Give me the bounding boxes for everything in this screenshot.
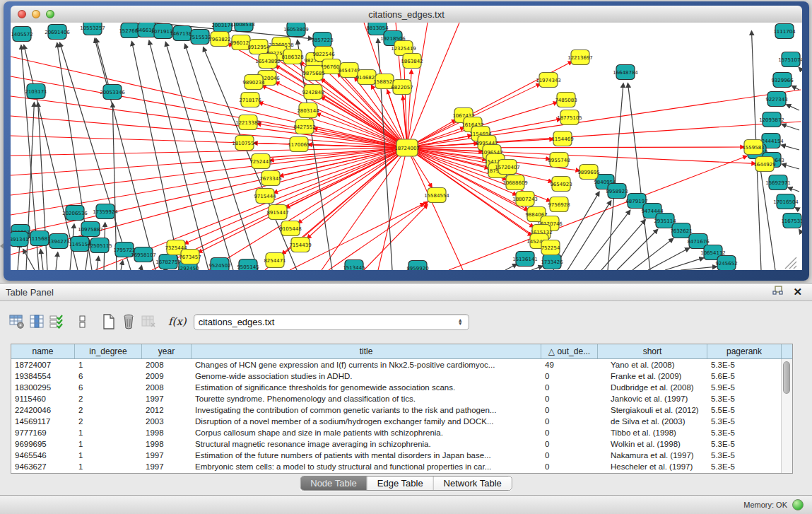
cell-pagerank[interactable]: 5.6E-5 (707, 370, 782, 382)
select-attributes-icon[interactable] (47, 313, 66, 331)
cell-pagerank[interactable]: 5.3E-5 (707, 393, 782, 404)
citation-edge-red[interactable] (11, 116, 407, 148)
cell-short[interactable]: de Silva et al. (2003) (598, 416, 707, 427)
citation-edge-black[interactable] (584, 211, 630, 270)
table-row[interactable]: 946362711997Embryonic stem cells: a mode… (11, 461, 782, 472)
cell-title[interactable]: Disruption of a novel member of a sodium… (192, 416, 541, 427)
citation-edge-black[interactable] (141, 266, 141, 270)
cell-title[interactable]: Structural magnetic resonance image aver… (192, 438, 541, 450)
cell-year[interactable]: 2008 (142, 382, 192, 393)
citation-edge-black[interactable] (531, 266, 543, 270)
citation-edge-black[interactable] (96, 39, 110, 89)
citation-edge-black[interactable] (95, 39, 155, 270)
cell-out_de[interactable]: 0 (541, 404, 598, 416)
citation-edge-black[interactable] (782, 145, 799, 150)
cell-short[interactable]: Jankovic et al. (1997) (598, 393, 707, 404)
cell-year[interactable]: 2008 (142, 359, 192, 370)
cell-short[interactable]: Stergiakouli et al. (2012) (598, 404, 707, 416)
citation-edge-red[interactable] (329, 201, 428, 270)
cell-pagerank[interactable]: 5.3E-5 (707, 416, 782, 427)
table-row[interactable]: 1456911722003Disruption of a novel membe… (11, 416, 782, 427)
column-header-title[interactable]: title (192, 344, 541, 358)
table-row[interactable]: 1938455462009Genome-wide association stu… (11, 370, 782, 382)
column-header-name[interactable]: name (11, 344, 75, 358)
cell-name[interactable]: 14569117 (11, 416, 75, 427)
column-header-short[interactable]: short (598, 344, 707, 358)
window-titlebar[interactable]: citations_edges.txt (11, 6, 802, 23)
table-row[interactable]: 1830029562008Estimation of significance … (11, 382, 782, 393)
cell-short[interactable]: Yano et al. (2008) (598, 359, 707, 370)
float-panel-icon[interactable] (772, 286, 783, 298)
table-row[interactable]: 1872400712008Changes of HCN gene express… (11, 359, 782, 370)
citation-edge-black[interactable] (632, 238, 673, 270)
citation-edge-red[interactable] (378, 148, 407, 270)
table-row[interactable]: 969969511998Structural magnetic resonanc… (11, 438, 782, 450)
cell-title[interactable]: Embryonic stem cells: a model to study s… (192, 461, 541, 472)
table-settings-icon[interactable] (7, 313, 27, 331)
cell-title[interactable]: Genome-wide association studies in ADHD. (192, 370, 541, 382)
column-header-pagerank[interactable]: pagerank (707, 344, 782, 358)
citation-edge-black[interactable] (795, 208, 799, 210)
citation-edge-black[interactable] (648, 248, 689, 270)
cell-name[interactable]: 9465546 (11, 450, 75, 461)
cell-short[interactable]: Franke et al. (2009) (598, 370, 707, 382)
minimize-window-button[interactable] (32, 10, 40, 18)
cell-out_de[interactable]: 0 (541, 461, 598, 472)
citation-edge-black[interactable] (617, 229, 658, 270)
cell-short[interactable]: Dudbridge et al. (2008) (598, 382, 707, 393)
cell-title[interactable]: Estimation of significance thresholds fo… (192, 382, 541, 393)
citation-edge-black[interactable] (23, 250, 35, 270)
panel-collapse-arrow[interactable] (0, 243, 4, 249)
cell-short[interactable]: Wolkin et al. (1998) (598, 438, 707, 450)
cell-pagerank[interactable]: 5.9E-5 (707, 382, 782, 393)
citation-edge-black[interactable] (18, 243, 20, 270)
cell-in_degree[interactable]: 6 (75, 382, 142, 393)
citation-edge-black[interactable] (56, 252, 58, 270)
citation-edge-black[interactable] (792, 86, 799, 90)
citation-edge-red[interactable] (407, 147, 744, 148)
table-select-dropdown[interactable]: citations_edges.txt ▲▼ (194, 314, 469, 330)
row-height-icon[interactable] (72, 313, 92, 331)
cell-in_degree[interactable]: 1 (75, 359, 142, 370)
cell-out_de[interactable]: 0 (541, 438, 598, 450)
cell-out_de[interactable]: 0 (541, 450, 598, 461)
cell-name[interactable]: 18300295 (11, 382, 75, 393)
cell-name[interactable]: 19384554 (11, 370, 75, 382)
cell-in_degree[interactable]: 2 (75, 393, 142, 404)
cell-year[interactable]: 2012 (142, 404, 192, 416)
table-scrollbar[interactable] (781, 359, 792, 473)
cell-in_degree[interactable]: 1 (75, 427, 142, 438)
table-row[interactable]: 2242004622012Investigating the contribut… (11, 404, 782, 416)
function-builder-icon[interactable]: f(x) (168, 315, 187, 328)
citation-edge-red[interactable] (407, 23, 459, 148)
column-header-in_degree[interactable]: in_degree (75, 344, 142, 358)
resize-grip-icon[interactable] (789, 262, 796, 269)
cell-year[interactable]: 1998 (142, 427, 192, 438)
cell-name[interactable]: 9115460 (11, 393, 75, 404)
cell-name[interactable]: 18724007 (11, 359, 75, 370)
cell-title[interactable]: Estimation of the future numbers of pati… (192, 450, 541, 461)
cell-in_degree[interactable]: 6 (75, 370, 142, 382)
citation-edge-black[interactable] (681, 267, 717, 270)
cell-year[interactable]: 1997 (142, 393, 192, 404)
cell-year[interactable]: 1997 (142, 461, 192, 472)
citation-edge-black[interactable] (121, 261, 123, 270)
cell-pagerank[interactable]: 5.3E-5 (707, 427, 782, 438)
citation-edge-black[interactable] (505, 264, 517, 270)
tab-edge-table[interactable]: Edge Table (367, 477, 434, 490)
citation-edge-black[interactable] (97, 257, 98, 270)
cell-out_de[interactable]: 0 (541, 427, 598, 438)
citation-edge-red[interactable] (407, 148, 552, 182)
cell-title[interactable]: Investigating the contribution of common… (192, 404, 541, 416)
cell-name[interactable]: 9699695 (11, 438, 75, 450)
resize-grip-icon[interactable] (794, 266, 796, 269)
cell-title[interactable]: Tourette syndrome. Phenomenology and cla… (192, 393, 541, 404)
cell-in_degree[interactable]: 1 (75, 450, 142, 461)
cell-name[interactable]: 9777169 (11, 427, 75, 438)
citation-edge-black[interactable] (782, 164, 799, 169)
cell-out_de[interactable]: 0 (541, 393, 598, 404)
tab-node-table[interactable]: Node Table (300, 477, 367, 490)
cell-out_de[interactable]: 49 (541, 359, 598, 370)
cell-in_degree[interactable]: 2 (75, 404, 142, 416)
citation-edge-black[interactable] (788, 187, 799, 192)
